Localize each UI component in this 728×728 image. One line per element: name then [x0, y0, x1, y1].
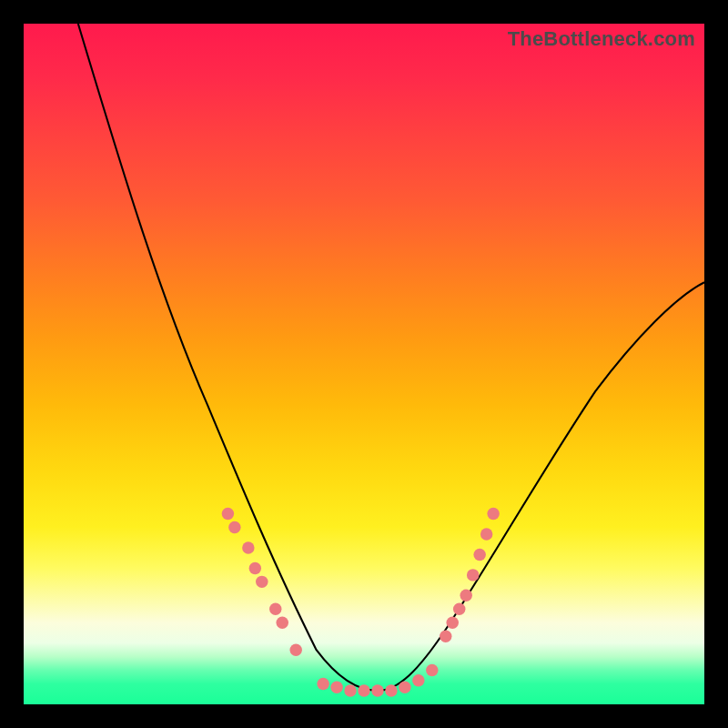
marker-dot: [269, 603, 281, 615]
marker-dot: [371, 684, 383, 696]
marker-dot: [385, 684, 397, 696]
marker-dot: [473, 549, 485, 561]
marker-dot: [440, 630, 451, 642]
marker-dot: [289, 643, 301, 655]
marker-dot: [242, 541, 254, 553]
marker-dot: [317, 678, 329, 690]
marker-dot: [487, 508, 499, 520]
marker-dot: [480, 528, 492, 540]
marker-dot: [399, 682, 410, 693]
marker-dot: [222, 508, 234, 520]
marker-dot: [447, 617, 459, 629]
marker-dot: [228, 521, 240, 533]
marker-dot: [412, 674, 424, 686]
chart-frame: TheBottleneck.com: [0, 0, 728, 728]
marker-dot: [467, 569, 479, 581]
marker-dot: [460, 590, 471, 602]
plot-area: TheBottleneck.com: [24, 24, 704, 704]
marker-dot: [453, 603, 465, 615]
marker-dot: [277, 617, 288, 629]
marker-dot: [330, 682, 342, 693]
marker-dot: [358, 684, 369, 696]
bottleneck-curve: [78, 24, 704, 691]
marker-dot: [249, 562, 261, 574]
marker-dot: [256, 576, 268, 588]
chart-svg: [24, 24, 704, 704]
marker-dot: [426, 664, 438, 676]
marker-dot: [344, 684, 356, 696]
